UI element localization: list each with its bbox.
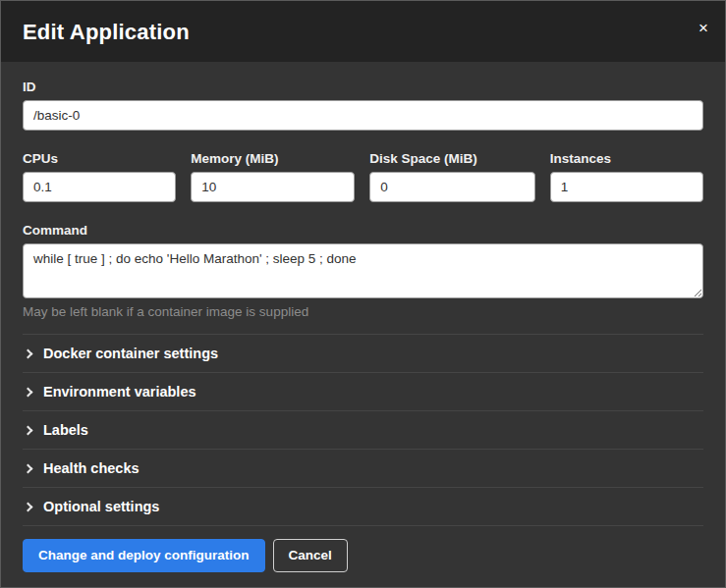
- chevron-right-icon: [24, 387, 33, 397]
- section-label: Labels: [43, 422, 88, 438]
- id-field-group: ID: [23, 80, 703, 131]
- memory-input[interactable]: [191, 172, 355, 202]
- disk-field-group: Disk Space (MiB): [369, 151, 535, 202]
- chevron-right-icon: [24, 348, 33, 358]
- chevron-right-icon: [24, 502, 33, 511]
- instances-field-group: Instances: [550, 151, 703, 202]
- section-label: Health checks: [43, 460, 140, 476]
- memory-label: Memory (MiB): [191, 151, 355, 166]
- section-label: Optional settings: [43, 499, 159, 514]
- section-label: Docker container settings: [43, 346, 218, 361]
- section-docker-container-settings[interactable]: Docker container settings: [23, 335, 703, 373]
- section-health-checks[interactable]: Health checks: [23, 450, 703, 488]
- command-textarea[interactable]: while [ true ] ; do echo 'Hello Marathon…: [23, 243, 703, 298]
- change-and-deploy-button[interactable]: Change and deploy configuration: [23, 539, 265, 572]
- memory-field-group: Memory (MiB): [191, 151, 355, 202]
- cpus-field-group: CPUs: [23, 151, 176, 202]
- chevron-right-icon: [24, 463, 33, 473]
- id-label: ID: [23, 80, 703, 94]
- close-icon[interactable]: ×: [695, 16, 712, 40]
- modal-footer: Change and deploy configuration Cancel: [1, 526, 725, 587]
- section-optional-settings[interactable]: Optional settings: [23, 488, 703, 526]
- modal-title: Edit Application: [23, 20, 703, 45]
- instances-label: Instances: [550, 151, 703, 166]
- chevron-right-icon: [24, 425, 33, 435]
- disk-input[interactable]: [369, 172, 535, 202]
- disk-label: Disk Space (MiB): [369, 151, 535, 166]
- section-label: Environment variables: [43, 384, 196, 400]
- cancel-button[interactable]: Cancel: [273, 539, 348, 572]
- command-field-group: Command while [ true ] ; do echo 'Hello …: [23, 223, 703, 319]
- modal-header: Edit Application ×: [1, 1, 725, 62]
- cpus-input[interactable]: [23, 172, 176, 202]
- command-label: Command: [23, 223, 703, 238]
- cpus-label: CPUs: [23, 151, 176, 166]
- id-input[interactable]: [23, 100, 703, 131]
- command-help-text: May be left blank if a container image i…: [23, 304, 703, 319]
- section-labels[interactable]: Labels: [23, 411, 703, 450]
- section-environment-variables[interactable]: Environment variables: [23, 373, 703, 411]
- accordion-sections: Docker container settings Environment va…: [23, 334, 703, 526]
- resources-row: CPUs Memory (MiB) Disk Space (MiB) Insta…: [23, 151, 703, 202]
- modal-body: ID CPUs Memory (MiB) Disk Space (MiB) In…: [1, 62, 725, 526]
- instances-input[interactable]: [550, 172, 703, 202]
- edit-application-modal: Edit Application × ID CPUs Memory (MiB) …: [0, 0, 726, 588]
